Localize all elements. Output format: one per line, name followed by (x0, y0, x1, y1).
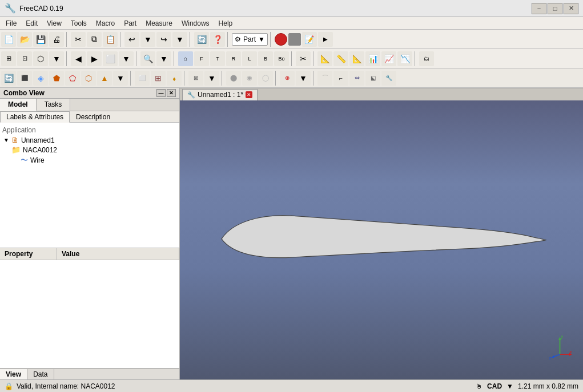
part-shape1[interactable]: ⬟ (49, 71, 64, 86)
workbench-arrow: ▼ (258, 35, 265, 43)
menu-tools[interactable]: Tools (66, 17, 91, 29)
part-shape3[interactable]: ⬡ (81, 71, 96, 86)
help-button[interactable]: ❓ (210, 32, 225, 47)
menu-file[interactable]: File (1, 17, 21, 29)
measure4[interactable]: 📊 (365, 51, 380, 66)
menu-macro[interactable]: Macro (91, 17, 119, 29)
part-mirror[interactable]: ⇔ (349, 71, 364, 86)
menu-edit[interactable]: Edit (21, 17, 42, 29)
view-top[interactable]: T (210, 51, 225, 66)
view-bottom[interactable]: Bo (274, 51, 289, 66)
part-refresh[interactable]: 🔄 (1, 71, 16, 86)
view-right[interactable]: R (226, 51, 241, 66)
part-chamfer[interactable]: ⌐ (333, 71, 348, 86)
tree-item-naca0012[interactable]: 📁 NACA0012 (2, 145, 177, 155)
menu-view[interactable]: View (42, 17, 66, 29)
measure2[interactable]: 📏 (333, 51, 348, 66)
macro-record-button[interactable] (275, 33, 287, 46)
copy-button[interactable]: ⧉ (87, 32, 102, 47)
panel-close-button[interactable]: ✕ (167, 89, 176, 97)
draw-style-button[interactable]: ⬡ (33, 51, 48, 66)
fit-selection-button[interactable]: ⊡ (17, 51, 32, 66)
viewport-tab-unnamed1[interactable]: 🔧 Unnamed1 : 1* ✕ (182, 89, 258, 100)
undo-button[interactable]: ↩ (124, 32, 139, 47)
app: 🔧 FreeCAD 0.19 − □ ✕ File Edit View Tool… (0, 0, 583, 392)
measure1[interactable]: 📐 (317, 51, 332, 66)
standard-views-dropdown[interactable]: ▼ (119, 51, 134, 66)
part-wireframe[interactable]: ⊞ (151, 71, 166, 86)
tree-item-wire[interactable]: 〜 Wire (2, 155, 177, 166)
part-bool[interactable]: ⊕ (280, 71, 295, 86)
part-extrude-dropdown[interactable]: ▼ (113, 71, 128, 86)
measure5[interactable]: 📈 (381, 51, 396, 66)
zoom-button[interactable]: 🔍 (140, 51, 155, 66)
close-button[interactable]: ✕ (564, 3, 578, 14)
view-left[interactable]: L (242, 51, 257, 66)
sub-tab-description[interactable]: Description (70, 111, 116, 122)
part-feature[interactable]: ◈ (33, 71, 48, 86)
part-attach[interactable]: ⬧ (167, 71, 182, 86)
part-cyl[interactable]: ⬤ (226, 71, 241, 86)
open-button[interactable]: 📂 (17, 32, 32, 47)
viewport-3d[interactable]: y x z (180, 100, 583, 379)
workbench-dropdown[interactable]: ⚙ Part ▼ (232, 33, 268, 46)
refresh-button[interactable]: 🔄 (194, 32, 209, 47)
part-torus[interactable]: ◯ (258, 71, 273, 86)
menu-measure[interactable]: Measure (141, 17, 177, 29)
measure3[interactable]: 📐 (349, 51, 364, 66)
doc-icon: 🗎 (11, 136, 19, 144)
back-button[interactable]: ◀ (71, 51, 86, 66)
zoom-dropdown[interactable]: ▼ (156, 51, 171, 66)
menu-help[interactable]: Help (214, 17, 238, 29)
menu-part[interactable]: Part (119, 17, 141, 29)
part-sphere[interactable]: ◉ (242, 71, 257, 86)
bottom-tab-view[interactable]: View (0, 369, 27, 379)
part-sketch[interactable]: ⬜ (135, 71, 150, 86)
save-button[interactable]: 💾 (33, 32, 48, 47)
part-shape2[interactable]: ⬠ (65, 71, 80, 86)
view-front[interactable]: F (194, 51, 209, 66)
part-fillet[interactable]: ⌒ (317, 71, 332, 86)
cad-dropdown-arrow[interactable]: ▼ (506, 382, 513, 390)
redo-dropdown[interactable]: ▼ (172, 32, 187, 47)
minimize-button[interactable]: − (532, 3, 546, 14)
left-panel: Combo View — ✕ Model Tasks Labels & Attr… (0, 88, 180, 379)
macro-editor-button[interactable]: 📝 (302, 32, 317, 47)
part-thick[interactable]: ⬕ (365, 71, 380, 86)
maximize-button[interactable]: □ (548, 3, 562, 14)
part-cut[interactable]: ⊠ (188, 71, 203, 86)
part-extrude[interactable]: ▲ (97, 71, 112, 86)
tab-tasks[interactable]: Tasks (37, 99, 71, 111)
tab-model[interactable]: Model (0, 99, 37, 111)
view-back[interactable]: B (258, 51, 273, 66)
cut-button[interactable]: ✂ (71, 32, 86, 47)
sub-tab-labels[interactable]: Labels & Attributes (0, 111, 70, 123)
part-cut-dropdown[interactable]: ▼ (204, 71, 219, 86)
menu-windows[interactable]: Windows (177, 17, 214, 29)
forward-button[interactable]: ▶ (87, 51, 102, 66)
combo-view-header: Combo View — ✕ (0, 88, 179, 99)
draw-style-dropdown[interactable]: ▼ (49, 51, 64, 66)
titlebar: 🔧 FreeCAD 0.19 − □ ✕ (0, 0, 583, 17)
new-file-button[interactable]: 📄 (1, 32, 16, 47)
standard-views-button[interactable]: ⬜ (103, 51, 118, 66)
bottom-tab-data[interactable]: Data (27, 369, 54, 379)
panel-minimize-button[interactable]: — (156, 89, 166, 97)
paste-button[interactable]: 📋 (103, 32, 118, 47)
part-box[interactable]: ⬛ (17, 71, 32, 86)
extra1[interactable]: 🗂 (419, 51, 434, 66)
print-button[interactable]: 🖨 (49, 32, 64, 47)
macro-stop-button[interactable] (288, 33, 301, 46)
toggle-clip[interactable]: ✂ (296, 51, 311, 66)
redo-button[interactable]: ↪ (156, 32, 171, 47)
sep4 (227, 32, 230, 47)
macro-run-button[interactable]: ▶ (318, 32, 333, 47)
part-bool-dropdown[interactable]: ▼ (296, 71, 311, 86)
undo-dropdown[interactable]: ▼ (140, 32, 155, 47)
view-home[interactable]: ⌂ (178, 51, 193, 66)
part-def[interactable]: 🔧 (381, 71, 396, 86)
tree-item-unnamed1[interactable]: ▼ 🗎 Unnamed1 (2, 135, 177, 145)
measure6[interactable]: 📉 (397, 51, 412, 66)
fit-all-button[interactable]: ⊞ (1, 51, 16, 66)
vp-tab-close-button[interactable]: ✕ (246, 91, 252, 98)
